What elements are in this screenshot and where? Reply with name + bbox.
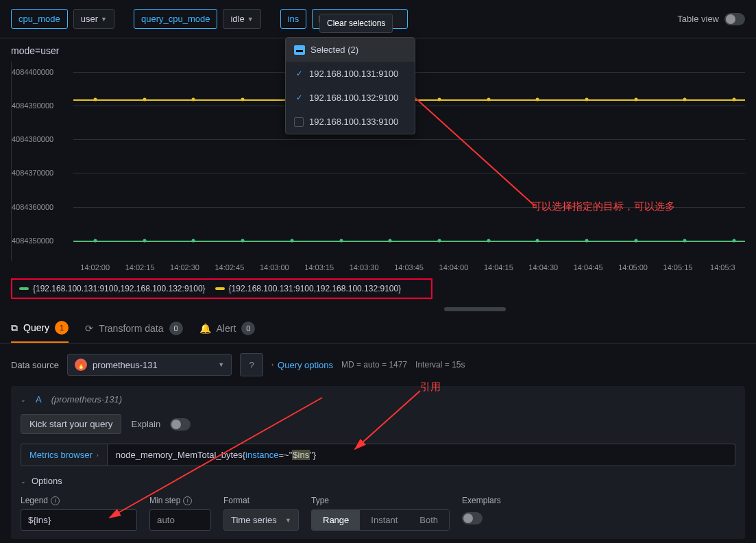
legend-scrollbar[interactable] (444, 307, 506, 311)
exemplars-toggle[interactable] (462, 512, 483, 524)
query-expression-input[interactable]: node_memory_MemTotal_bytes{instance=~"$i… (108, 444, 735, 466)
var-ins-label: ins (280, 9, 307, 29)
info-icon[interactable]: i (183, 496, 192, 505)
y-tick: 4084350000 (12, 237, 53, 245)
alert-icon: 🔔 (199, 323, 211, 334)
tooltip-clear-selections: Clear selections (319, 14, 393, 33)
table-view-label: Table view (677, 14, 719, 24)
dropdown-item[interactable]: ✓192.168.100.132:9100 (286, 86, 415, 110)
help-icon: ? (249, 360, 254, 370)
ins-dropdown[interactable]: ▬ Selected (2) ✓192.168.100.131:9100 ✓19… (285, 37, 415, 134)
legend-item[interactable]: {192.168.100.131:9100,192.168.100.132:91… (215, 284, 402, 293)
query-src-label: (prometheus-131) (51, 394, 122, 405)
series-green (73, 241, 745, 242)
tab-query[interactable]: ⧉ Query 1 (11, 321, 69, 343)
options-toggle[interactable]: ⌄Options (21, 476, 735, 486)
transform-icon: ⟳ (85, 323, 93, 334)
var-query-cpu-mode-value[interactable]: idle▼ (223, 9, 260, 29)
type-both-button[interactable]: Both (409, 510, 449, 530)
explain-label: Explain (131, 419, 160, 429)
selected-icon: ▬ (294, 45, 305, 55)
chevron-down-icon: ⌄ (21, 478, 26, 485)
dropdown-item[interactable]: ✓192.168.100.131:9100 (286, 62, 415, 86)
info-icon[interactable]: i (51, 496, 60, 505)
tab-alert[interactable]: 🔔 Alert 0 (199, 321, 256, 343)
dropdown-item[interactable]: 192.168.100.133:9100 (286, 110, 415, 134)
datasource-label: Data source (11, 360, 59, 370)
var-cpu-mode-value[interactable]: user▼ (73, 9, 114, 29)
prometheus-icon: 🔥 (75, 359, 87, 371)
legend-input[interactable] (21, 509, 137, 531)
query-icon: ⧉ (11, 322, 18, 334)
var-cpu-mode-label: cpu_mode (11, 9, 68, 29)
query-interval: Interval = 15s (415, 360, 465, 370)
check-icon: ✓ (294, 93, 304, 103)
query-md: MD = auto = 1477 (341, 360, 407, 370)
explain-toggle[interactable] (170, 418, 191, 431)
tab-badge: 0 (169, 322, 183, 335)
chevron-down-icon: ▼ (285, 517, 291, 524)
datasource-row: Data source 🔥prometheus-131 ▼ ? ›Query o… (0, 343, 756, 386)
y-tick: 4084390000 (12, 101, 53, 110)
format-select[interactable]: Time series▼ (223, 509, 299, 531)
y-tick: 4084380000 (12, 135, 53, 143)
type-segmented: Range Instant Both (311, 509, 450, 531)
table-view-toggle[interactable] (724, 13, 745, 25)
chevron-down-icon: ▼ (218, 361, 224, 368)
y-tick: 4084400000 (12, 68, 53, 76)
datasource-select[interactable]: 🔥prometheus-131 ▼ (67, 354, 232, 376)
query-options-toggle[interactable]: ›Query options (271, 360, 333, 370)
y-tick: 4084370000 (12, 169, 53, 177)
legend-label: Legend (21, 496, 48, 505)
legend-highlight-box: {192.168.100.131:9100,192.168.100.132:91… (11, 278, 432, 299)
y-tick: 4084360000 (12, 203, 53, 211)
check-icon: ✓ (294, 69, 304, 79)
dropdown-selected-header[interactable]: ▬ Selected (2) (286, 38, 415, 62)
legend-item[interactable]: {192.168.100.131:9100,192.168.100.132:91… (19, 284, 206, 293)
minstep-label: Min step (149, 496, 180, 505)
query-letter[interactable]: A (36, 394, 42, 405)
kick-start-button[interactable]: Kick start your query (21, 414, 121, 434)
tab-transform[interactable]: ⟳ Transform data 0 (85, 321, 182, 343)
chevron-right-icon: › (271, 361, 273, 368)
x-axis: 14:02:0014:02:1514:02:3014:02:4514:03:00… (11, 263, 745, 272)
chevron-down-icon: ▼ (247, 16, 254, 23)
var-query-cpu-mode-label: query_cpu_mode (134, 9, 217, 29)
tab-badge: 1 (55, 321, 69, 335)
tab-badge: 0 (241, 322, 255, 335)
checkbox-empty-icon (294, 117, 304, 127)
type-instant-button[interactable]: Instant (360, 510, 409, 530)
chevron-down-icon[interactable]: ⌄ (21, 396, 26, 403)
metrics-browser-button[interactable]: Metrics browser› (21, 444, 108, 466)
chevron-right-icon: › (97, 452, 99, 459)
type-label: Type (311, 496, 329, 505)
editor-tabs: ⧉ Query 1 ⟳ Transform data 0 🔔 Alert 0 (0, 311, 756, 343)
minstep-input[interactable] (149, 509, 211, 531)
query-editor: ⌄ A (prometheus-131) Kick start your que… (11, 386, 745, 539)
datasource-help-button[interactable]: ? (240, 353, 263, 376)
chevron-down-icon: ▼ (101, 16, 107, 23)
exemplars-label: Exemplars (462, 496, 501, 505)
format-label: Format (223, 496, 249, 505)
type-range-button[interactable]: Range (312, 510, 360, 530)
